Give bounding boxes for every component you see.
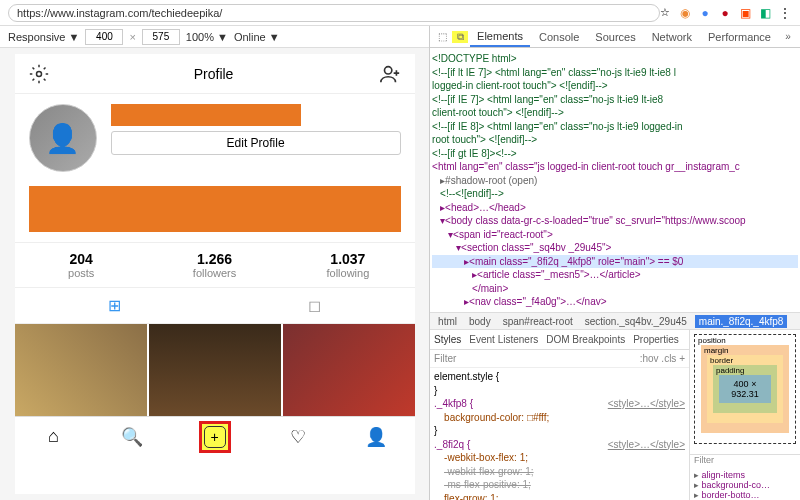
page-title: Profile	[194, 66, 234, 82]
url-input[interactable]: https://www.instagram.com/techiedeepika/	[8, 4, 660, 22]
create-post-icon: +	[204, 426, 226, 448]
styles-panel: Styles Event Listeners DOM Breakpoints P…	[430, 330, 690, 500]
profile-info: 👤 Edit Profile	[15, 94, 415, 182]
ext-icon[interactable]: ◉	[678, 6, 692, 20]
photo-grid	[15, 324, 415, 416]
devtools-panel: ⬚ ⧉ Elements Console Sources Network Per…	[429, 26, 800, 500]
ext-icon[interactable]: ▣	[738, 6, 752, 20]
menu-icon[interactable]: ⋮	[778, 6, 792, 20]
followers-stat[interactable]: 1.266followers	[148, 251, 281, 279]
bottom-navigation: ⌂ 🔍 + ♡ 👤	[15, 416, 415, 456]
view-toggle: ⊞ ◻	[15, 288, 415, 324]
create-post-highlighted[interactable]: +	[199, 421, 231, 453]
activity-heart-icon[interactable]: ♡	[287, 426, 309, 448]
zoom-selector[interactable]: 100% ▼	[186, 31, 228, 43]
grid-photo[interactable]	[15, 324, 147, 416]
hov-cls-toggle[interactable]: :hov .cls +	[640, 353, 685, 364]
styles-filter-row: Filter :hov .cls +	[430, 350, 689, 368]
ext-icon[interactable]: ◧	[758, 6, 772, 20]
grid-photo[interactable]	[149, 324, 281, 416]
computed-panel: position margin border padding 400 × 932…	[690, 330, 800, 500]
discover-people-icon[interactable]	[379, 63, 401, 85]
subtab-props[interactable]: Properties	[633, 334, 679, 345]
device-toggle-icon[interactable]: ⧉	[452, 31, 468, 43]
more-tabs-icon[interactable]: »	[780, 31, 796, 42]
tagged-view-icon[interactable]: ◻	[308, 296, 321, 315]
subtab-dombreak[interactable]: DOM Breakpoints	[546, 334, 625, 345]
filter-input[interactable]: Filter	[434, 353, 456, 364]
browser-address-bar: https://www.instagram.com/techiedeepika/…	[0, 0, 800, 26]
edit-profile-button[interactable]: Edit Profile	[111, 131, 401, 155]
tab-sources[interactable]: Sources	[588, 28, 642, 46]
home-icon[interactable]: ⌂	[43, 426, 65, 448]
bookmark-star-icon[interactable]: ☆	[660, 6, 670, 19]
settings-gear-icon[interactable]	[29, 64, 49, 84]
profile-icon[interactable]: 👤	[365, 426, 387, 448]
dom-breadcrumb[interactable]: html body span#react-root section._sq4bv…	[430, 312, 800, 330]
dimension-separator: ×	[129, 31, 135, 43]
computed-properties[interactable]: ▸ align-items ▸ background-co… ▸ border-…	[690, 470, 800, 500]
styles-subtabs: Styles Event Listeners DOM Breakpoints P…	[430, 330, 689, 350]
device-selector[interactable]: Responsive ▼	[8, 31, 79, 43]
device-toolbar: Responsive ▼ × 100% ▼ Online ▼	[0, 26, 429, 48]
subtab-styles[interactable]: Styles	[434, 334, 461, 345]
emulated-viewport: Profile 👤 Edit Profile 204posts 1.266fol…	[15, 54, 415, 494]
styles-rules[interactable]: element.style { } ._4kfp8 {<style>…</sty…	[430, 368, 689, 500]
grid-photo[interactable]	[283, 324, 415, 416]
profile-header: Profile	[15, 54, 415, 94]
svg-point-1	[384, 66, 391, 73]
box-model: position margin border padding 400 × 932…	[690, 330, 800, 454]
grid-view-icon[interactable]: ⊞	[108, 296, 121, 315]
width-input[interactable]	[85, 29, 123, 45]
ext-icon[interactable]: ●	[718, 6, 732, 20]
tab-network[interactable]: Network	[645, 28, 699, 46]
svg-point-0	[36, 71, 41, 76]
selected-dom-node: ▸<main class="_8fi2q _4kfp8" role="main"…	[432, 255, 798, 269]
bio-redacted	[29, 186, 401, 232]
profile-avatar[interactable]: 👤	[29, 104, 97, 172]
box-dimensions: 400 × 932.31	[719, 375, 771, 403]
username-redacted	[111, 104, 301, 126]
ext-icon[interactable]: ●	[698, 6, 712, 20]
inspect-icon[interactable]: ⬚	[434, 31, 450, 42]
computed-filter[interactable]: Filter	[690, 454, 800, 470]
device-emulation-panel: Responsive ▼ × 100% ▼ Online ▼ Profile 👤…	[0, 26, 429, 500]
subtab-listeners[interactable]: Event Listeners	[469, 334, 538, 345]
profile-stats: 204posts 1.266followers 1.037following	[15, 242, 415, 288]
tab-elements[interactable]: Elements	[470, 27, 530, 47]
posts-stat[interactable]: 204posts	[15, 251, 148, 279]
height-input[interactable]	[142, 29, 180, 45]
search-icon[interactable]: 🔍	[121, 426, 143, 448]
devtools-tabs: ⬚ ⧉ Elements Console Sources Network Per…	[430, 26, 800, 48]
tab-performance[interactable]: Performance	[701, 28, 778, 46]
extension-icons: ◉ ● ● ▣ ◧ ⋮	[678, 6, 792, 20]
following-stat[interactable]: 1.037following	[281, 251, 414, 279]
network-selector[interactable]: Online ▼	[234, 31, 280, 43]
tab-console[interactable]: Console	[532, 28, 586, 46]
dom-tree[interactable]: <!DOCTYPE html> <!--[if lt IE 7]> <html …	[430, 48, 800, 312]
